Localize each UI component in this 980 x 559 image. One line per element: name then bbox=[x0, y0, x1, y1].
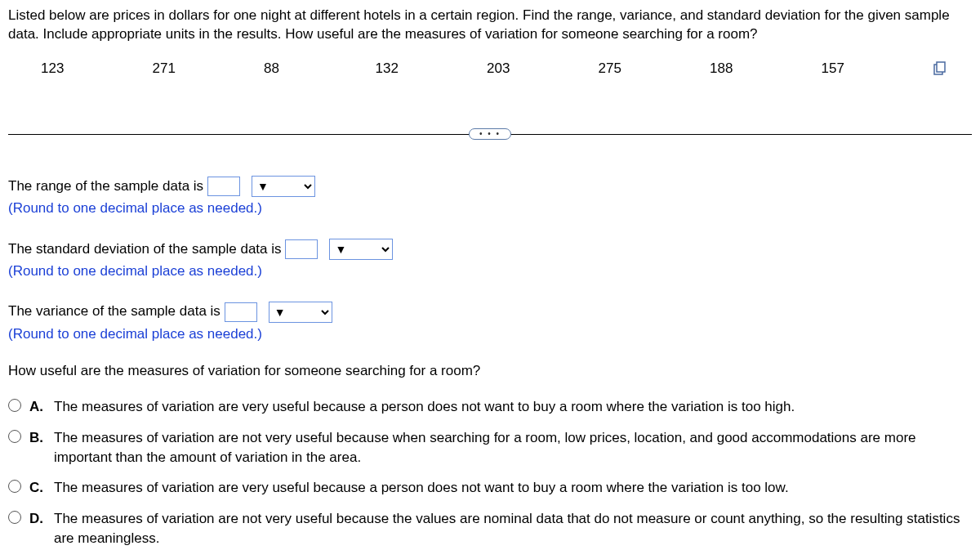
question-intro: Listed below are prices in dollars for o… bbox=[8, 7, 972, 44]
range-unit-select[interactable]: ▼ bbox=[252, 176, 315, 197]
data-value: 88 bbox=[264, 60, 376, 77]
option-letter: B. bbox=[29, 428, 46, 448]
range-label: The range of the sample data is bbox=[8, 178, 207, 194]
option-text: The measures of variation are very usefu… bbox=[54, 397, 972, 417]
option-row: B. The measures of variation are not ver… bbox=[8, 428, 972, 467]
option-row: A. The measures of variation are very us… bbox=[8, 397, 972, 417]
option-letter: D. bbox=[29, 509, 46, 529]
radio-a[interactable] bbox=[8, 399, 21, 412]
radio-c[interactable] bbox=[8, 480, 21, 493]
option-text: The measures of variation are not very u… bbox=[54, 428, 972, 467]
stddev-input[interactable] bbox=[285, 239, 318, 259]
range-hint: (Round to one decimal place as needed.) bbox=[8, 200, 262, 216]
variance-block: The variance of the sample data is ▼ (Ro… bbox=[8, 300, 972, 345]
data-values-row: 123 271 88 132 203 275 188 157 bbox=[8, 60, 972, 77]
svg-rect-1 bbox=[937, 62, 945, 72]
followup-question: How useful are the measures of variation… bbox=[8, 363, 972, 379]
copy-icon[interactable] bbox=[933, 61, 947, 76]
stddev-block: The standard deviation of the sample dat… bbox=[8, 238, 972, 283]
section-divider: • • • bbox=[8, 126, 972, 142]
option-row: D. The measures of variation are not ver… bbox=[8, 509, 972, 548]
radio-d[interactable] bbox=[8, 511, 21, 524]
range-input[interactable] bbox=[207, 177, 240, 196]
data-value: 275 bbox=[599, 60, 710, 77]
options-group: A. The measures of variation are very us… bbox=[8, 397, 972, 548]
option-row: C. The measures of variation are very us… bbox=[8, 478, 972, 498]
variance-label: The variance of the sample data is bbox=[8, 303, 225, 319]
variance-input[interactable] bbox=[225, 302, 257, 322]
data-value: 271 bbox=[153, 60, 265, 77]
stddev-hint: (Round to one decimal place as needed.) bbox=[8, 263, 262, 279]
variance-unit-select[interactable]: ▼ bbox=[269, 302, 332, 323]
expand-pill[interactable]: • • • bbox=[469, 128, 511, 140]
variance-hint: (Round to one decimal place as needed.) bbox=[8, 326, 262, 342]
range-block: The range of the sample data is ▼ (Round… bbox=[8, 175, 972, 220]
data-value: 188 bbox=[710, 60, 822, 77]
stddev-label: The standard deviation of the sample dat… bbox=[8, 241, 285, 257]
option-text: The measures of variation are very usefu… bbox=[54, 478, 972, 498]
data-value: 123 bbox=[41, 60, 153, 77]
data-value: 132 bbox=[376, 60, 488, 77]
option-text: The measures of variation are not very u… bbox=[54, 509, 972, 548]
radio-b[interactable] bbox=[8, 430, 21, 443]
option-letter: C. bbox=[29, 478, 46, 498]
data-value: 157 bbox=[822, 60, 933, 77]
option-letter: A. bbox=[29, 397, 46, 417]
data-value: 203 bbox=[487, 60, 599, 77]
stddev-unit-select[interactable]: ▼ bbox=[329, 239, 393, 260]
